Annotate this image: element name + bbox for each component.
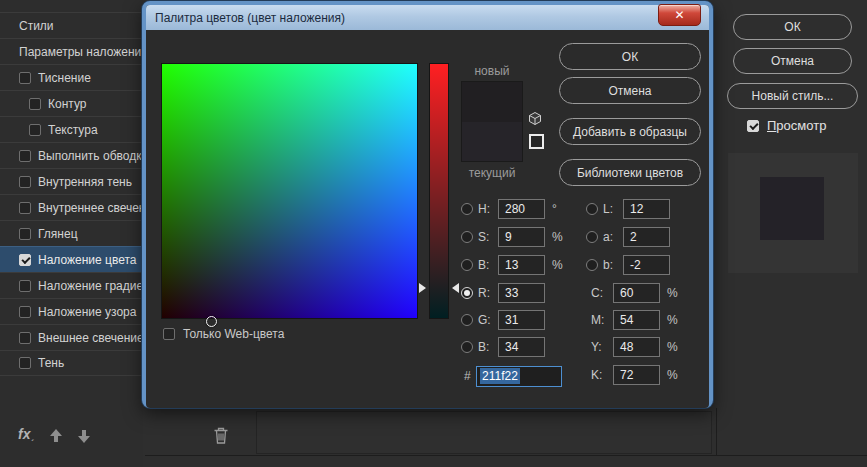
radio-h[interactable] [461,203,473,215]
sidebar-item-pattern-overlay[interactable]: Наложение узора [0,298,143,324]
a-row: a:2 [586,227,677,247]
b-row: B:13% [461,255,563,275]
checkbox-checked[interactable] [19,254,31,266]
add-to-swatches-button[interactable]: Добавить в образцы [559,118,701,145]
web-safe-color-swatch[interactable] [529,134,544,149]
preview-checkbox-checked[interactable] [747,120,759,132]
trash-icon[interactable] [212,426,230,445]
sidebar-item-texture[interactable]: Текстура [0,116,143,142]
hex-row: # 211f22 [464,366,562,386]
new-color-label: новый [461,64,523,78]
y-input[interactable]: 48 [613,337,660,357]
b-input[interactable]: 13 [498,255,545,275]
panel-divider-vertical [716,408,717,455]
radio-s[interactable] [461,231,473,243]
checkbox[interactable] [19,332,31,344]
color-field[interactable] [161,63,418,319]
checkbox[interactable] [19,306,31,318]
g-input[interactable]: 31 [498,310,545,330]
m-input[interactable]: 54 [613,310,660,330]
panel-divider-horizontal [145,455,867,456]
layer-style-sidebar: Стили Параметры наложения Тиснение Конту… [0,0,143,467]
radio-b[interactable] [461,259,473,271]
new-current-swatch [461,81,523,162]
b-rgb-input[interactable]: 34 [498,337,545,357]
preview-checkbox-row[interactable]: Просмотр [747,118,826,133]
h-row: H:280° [461,199,557,219]
checkbox[interactable] [19,202,31,214]
sidebar-item-blending-options[interactable]: Параметры наложения [0,38,143,64]
sidebar-item-bevel-emboss[interactable]: Тиснение [0,64,143,90]
web-gamut-warning-icon[interactable] [527,111,543,127]
m-row: M:54% [591,310,678,330]
checkbox[interactable] [19,150,31,162]
sidebar-item-outer-glow[interactable]: Внешнее свечение [0,324,143,350]
sidebar-item-gradient-overlay[interactable]: Наложение градиента [0,272,143,298]
color-slider[interactable] [429,63,449,319]
move-effect-up-icon[interactable] [50,429,62,443]
hex-value-selected: 211f22 [480,368,520,384]
dialog-content: новый текущий ОК Отмена Добавить в образ… [146,30,709,408]
dialog-titlebar[interactable]: Палитра цветов (цвет наложения) [146,5,709,30]
l-input[interactable]: 12 [623,199,670,219]
preview-label: Просмотр [767,118,826,133]
a-input[interactable]: 2 [623,227,670,247]
layer-style-cancel-button[interactable]: Отмена [733,48,852,74]
radio-b-rgb[interactable] [461,341,473,353]
layer-style-list: Стили Параметры наложения Тиснение Конту… [0,12,143,376]
b-lab-row: b:-2 [586,255,677,275]
hash-label: # [464,369,476,383]
c-input[interactable]: 60 [613,283,660,303]
checkbox[interactable] [19,176,31,188]
web-colors-only-checkbox[interactable] [163,328,175,340]
checkbox[interactable] [29,124,41,136]
picker-ok-button[interactable]: ОК [559,43,701,70]
radio-l[interactable] [586,203,598,215]
slider-arrow-left-icon [419,283,426,293]
sidebar-item-drop-shadow[interactable]: Тень [0,350,143,376]
radio-r-selected[interactable] [461,287,473,299]
r-row: R:33 [461,283,552,303]
r-input[interactable]: 33 [498,283,545,303]
close-button[interactable]: ✕ [658,4,701,26]
color-field-marker[interactable] [206,316,217,327]
b-lab-input[interactable]: -2 [623,255,670,275]
web-colors-only-row[interactable]: Только Web-цвета [163,327,284,341]
checkbox[interactable] [19,72,31,84]
b-rgb-row: B:34 [461,337,552,357]
sidebar-item-contour[interactable]: Контур [0,90,143,116]
sidebar-item-inner-shadow[interactable]: Внутренняя тень [0,168,143,194]
move-effect-down-icon[interactable] [78,429,90,443]
k-input[interactable]: 72 [613,365,660,385]
checkbox[interactable] [19,357,31,369]
sidebar-item-satin[interactable]: Глянец [0,220,143,246]
sidebar-item-inner-glow[interactable]: Внутреннее свечение [0,194,143,220]
fx-icon[interactable]: fx [18,426,34,442]
color-picker-dialog: Палитра цветов (цвет наложения) ✕ новый … [142,1,713,408]
current-color-label: текущий [461,166,523,180]
radio-g[interactable] [461,314,473,326]
color-libraries-button[interactable]: Библиотеки цветов [559,159,701,186]
web-colors-only-label: Только Web-цвета [183,327,284,341]
sidebar-item-stroke[interactable]: Выполнить обводку [0,142,143,168]
h-input[interactable]: 280 [498,199,545,219]
checkbox[interactable] [29,98,41,110]
style-preview-swatch [760,177,824,240]
checkbox[interactable] [19,280,31,292]
close-icon: ✕ [674,8,684,22]
radio-b-lab[interactable] [586,259,598,271]
layer-style-ok-button[interactable]: ОК [733,14,852,40]
k-row: K:72% [591,365,678,385]
dialog-title: Палитра цветов (цвет наложения) [155,11,345,25]
y-row: Y:48% [591,337,678,357]
new-style-button[interactable]: Новый стиль... [727,83,858,109]
sidebar-item-color-overlay[interactable]: Наложение цвета [0,246,143,272]
s-input[interactable]: 9 [498,227,545,247]
radio-a[interactable] [586,231,598,243]
picker-cancel-button[interactable]: Отмена [559,77,701,104]
checkbox[interactable] [19,228,31,240]
sidebar-item-styles[interactable]: Стили [0,12,143,38]
hex-input[interactable]: 211f22 [476,366,562,387]
g-row: G:31 [461,310,552,330]
current-color-swatch[interactable] [462,122,522,162]
